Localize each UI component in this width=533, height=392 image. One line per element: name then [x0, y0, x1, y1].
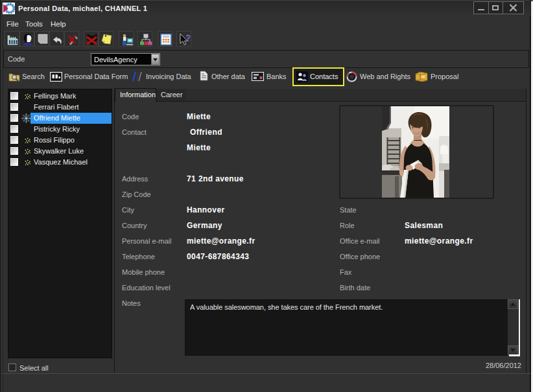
svg-text:?: ? — [186, 34, 191, 43]
